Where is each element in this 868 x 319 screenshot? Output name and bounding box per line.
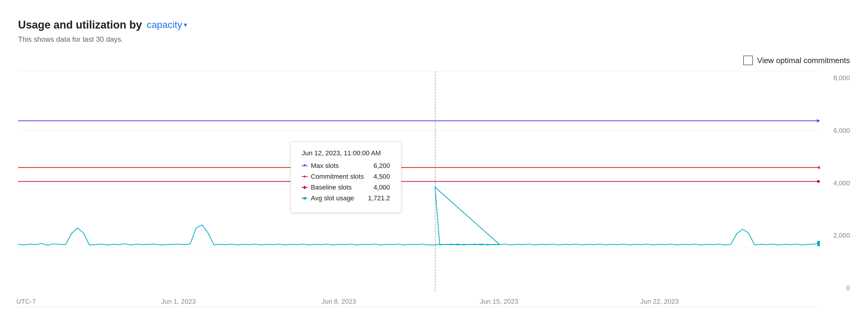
avg-slot-usage-icon	[302, 195, 308, 201]
x-axis: UTC-7 Jun 1, 2023 Jun 8, 2023 Jun 15, 20…	[18, 292, 820, 307]
y-label-8000: 8,000	[833, 74, 850, 82]
max-slots-label: Max slots	[311, 162, 339, 170]
tooltip-row-commitment-slots: Commitment slots 4,500	[302, 173, 390, 180]
svg-marker-1	[817, 119, 820, 122]
max-slots-legend: Max slots	[302, 162, 362, 170]
avg-slot-usage-value: 1,721.2	[368, 194, 390, 202]
chart-header: Usage and utilization by capacity ▾	[18, 18, 850, 32]
baseline-slots-value: 4,000	[374, 183, 390, 191]
dropdown-label: capacity	[147, 19, 182, 30]
chart-area: Jun 12, 2023, 11:00:00 AM Max slots 6,20…	[18, 71, 850, 307]
commitment-slots-legend: Commitment slots	[302, 173, 364, 180]
tooltip-row-baseline-slots: Baseline slots 4,000	[302, 183, 390, 191]
x-label-utc7: UTC-7	[16, 298, 36, 306]
chart-tooltip: Jun 12, 2023, 11:00:00 AM Max slots 6,20…	[290, 142, 401, 213]
baseline-slots-label: Baseline slots	[311, 183, 351, 191]
baseline-slots-legend: Baseline slots	[302, 183, 362, 191]
svg-rect-6	[817, 241, 820, 246]
tooltip-row-avg-slot-usage: Avg slot usage 1,721.2	[302, 194, 390, 202]
page: Usage and utilization by capacity ▾ This…	[0, 0, 868, 319]
baseline-slots-icon	[302, 184, 308, 190]
svg-marker-5	[816, 180, 820, 183]
chart-svg	[18, 71, 820, 292]
svg-marker-12	[303, 186, 307, 189]
chart-subtitle: This shows data for last 30 days.	[18, 35, 850, 43]
max-slots-value: 6,200	[374, 162, 390, 170]
chevron-down-icon: ▾	[184, 21, 187, 29]
chart-plot: Jun 12, 2023, 11:00:00 AM Max slots 6,20…	[18, 71, 820, 307]
chart-controls: View optimal commitments	[18, 56, 850, 65]
svg-rect-14	[304, 197, 306, 200]
y-axis: 8,000 6,000 4,000 2,000 0	[820, 71, 850, 307]
tooltip-row-max-slots: Max slots 6,200	[302, 162, 390, 170]
commitment-slots-value: 4,500	[374, 173, 390, 180]
x-label-jun22: Jun 22, 2023	[640, 298, 679, 306]
x-label-jun1: Jun 1, 2023	[161, 298, 196, 306]
commitment-slots-icon	[302, 174, 308, 180]
y-label-2000: 2,000	[833, 232, 850, 239]
svg-marker-3	[817, 166, 820, 169]
avg-slot-usage-legend: Avg slot usage	[302, 194, 362, 202]
optimal-commitments-label: View optimal commitments	[757, 56, 850, 65]
optimal-commitments-checkbox-label[interactable]: View optimal commitments	[743, 56, 850, 65]
x-label-jun15: Jun 15, 2023	[480, 298, 518, 306]
commitment-slots-label: Commitment slots	[311, 173, 364, 180]
avg-slot-usage-label: Avg slot usage	[311, 194, 354, 202]
max-slots-icon	[302, 163, 308, 169]
y-label-6000: 6,000	[833, 127, 850, 135]
y-label-4000: 4,000	[833, 179, 850, 187]
tooltip-title: Jun 12, 2023, 11:00:00 AM	[302, 149, 390, 157]
capacity-dropdown[interactable]: capacity ▾	[144, 18, 189, 32]
x-label-jun8: Jun 8, 2023	[321, 298, 356, 306]
chart-title: Usage and utilization by	[18, 19, 142, 31]
y-label-0: 0	[846, 284, 850, 292]
optimal-commitments-checkbox[interactable]	[743, 56, 753, 65]
